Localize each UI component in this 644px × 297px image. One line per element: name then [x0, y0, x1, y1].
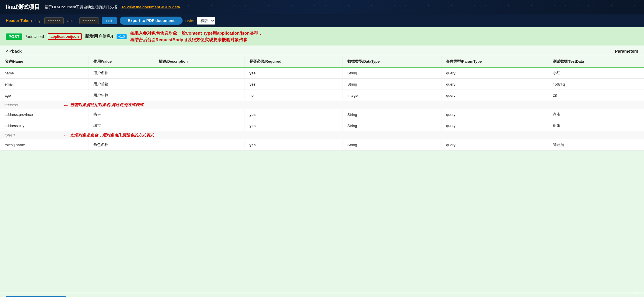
params-heading: Parameters [615, 49, 638, 54]
cell-name: age [0, 90, 89, 101]
version-badge: v1.0 [117, 34, 127, 39]
cell-testdata: 管理员 [548, 139, 644, 151]
table-row: address.city城市yesStringquery衡阳 [0, 120, 644, 131]
cell-testdata: 衡阳 [548, 120, 644, 131]
token-label: Header Token [6, 18, 32, 23]
cell-description [154, 79, 245, 90]
cell-datatype: String [343, 79, 441, 90]
group-row-cell: roles[]←如果对象是集合，用对象名[].属性名的方式表式 [0, 131, 644, 139]
cell-paramtype: query [441, 120, 548, 131]
api-desc-line1: 如果入参对象包含嵌对象一般Content Type用application/js… [130, 31, 263, 35]
cell-paramtype: query [441, 139, 548, 151]
api-description: 如果入参对象包含嵌对象一般Content Type用application/js… [130, 30, 638, 43]
cell-value: 省份 [89, 109, 154, 120]
group-annotation: ←嵌套对象属性用对象名.属性名的方式表式 [63, 102, 143, 108]
cell-paramtype: query [441, 90, 548, 101]
table-row: name用户名称yesStringquery小红 [0, 67, 644, 79]
cell-value: 城市 [89, 120, 154, 131]
group-row-cell: address←嵌套对象属性用对象名.属性名的方式表式 [0, 101, 644, 109]
footer-bar: 测试API请求 application/x-www-form-urlencode… [0, 293, 644, 297]
cell-datatype: String [343, 67, 441, 79]
key-value: ••••••• [44, 17, 64, 24]
api-desc-line2: 再结合后台@RequestBody可以很方便实现复杂嵌套对象传参 [130, 37, 247, 42]
cell-name: email [0, 79, 89, 90]
table-header-row: 名称/Name 作用/Value 描述/Description 是否必须/Req… [0, 56, 644, 67]
table-row: address←嵌套对象属性用对象名.属性名的方式表式 [0, 101, 644, 109]
back-link[interactable]: < <back [6, 49, 22, 54]
cell-name: address.city [0, 120, 89, 131]
table-row: address.province省份yesStringquery湖南 [0, 109, 644, 120]
group-annotation: ←如果对象是集合，用对象名[].属性名的方式表式 [63, 132, 154, 138]
col-description: 描述/Description [154, 56, 245, 67]
style-select[interactable]: 横版 [197, 17, 215, 25]
cell-required: yes [245, 67, 343, 79]
edit-button[interactable]: edit [102, 17, 117, 24]
cell-paramtype: query [441, 109, 548, 120]
cell-datatype: String [343, 139, 441, 151]
cell-paramtype: query [441, 67, 548, 79]
cell-testdata: 小红 [548, 67, 644, 79]
cell-testdata: 28 [548, 90, 644, 101]
table-row: email用户邮箱yesStringquery456@q [0, 79, 644, 90]
value-label: value: [67, 19, 77, 23]
main-content: POST /addUser4 application/json 新增用户信息4 … [0, 27, 644, 293]
json-link[interactable]: To view the document JSON data [121, 5, 180, 9]
cell-value: 用户年龄 [89, 90, 154, 101]
api-title-bar: POST /addUser4 application/json 新增用户信息4 … [0, 27, 644, 46]
col-required: 是否必须/Required [245, 56, 343, 67]
export-button[interactable]: Export to PDF document [120, 17, 183, 25]
cell-name: roles[].name [0, 139, 89, 151]
cell-name: name [0, 67, 89, 79]
col-testdata: 测试数据/TestData [548, 56, 644, 67]
api-path: /addUser4 [26, 34, 44, 39]
cell-value: 角色名称 [89, 139, 154, 151]
cell-description [154, 120, 245, 131]
header: lkad测试项目 基于LKADocument工具自动生成的接口文档 To vie… [0, 0, 644, 14]
cell-value: 用户邮箱 [89, 79, 154, 90]
cell-testdata: 湖南 [548, 109, 644, 120]
table-row: age用户年龄noIntegerquery28 [0, 90, 644, 101]
col-paramtype: 参数类型/ParamType [441, 56, 548, 67]
api-name: 新增用户信息4 [85, 34, 113, 39]
col-datatype: 数据类型/DataType [343, 56, 441, 67]
header-subtitle: 基于LKADocument工具自动生成的接口文档 [45, 5, 117, 10]
key-label: key: [35, 19, 42, 23]
cell-paramtype: query [441, 79, 548, 90]
cell-required: yes [245, 109, 343, 120]
cell-required: yes [245, 139, 343, 151]
method-badge: POST [6, 33, 22, 40]
cell-testdata: 456@q [548, 79, 644, 90]
cell-required: yes [245, 120, 343, 131]
cell-required: no [245, 90, 343, 101]
cell-description [154, 67, 245, 79]
table-row: roles[].name角色名称yesStringquery管理员 [0, 139, 644, 151]
col-value: 作用/Value [89, 56, 154, 67]
value-value: ••••••• [79, 17, 99, 24]
cell-name: address.province [0, 109, 89, 120]
content-type-badge: application/json [48, 33, 82, 40]
toolbar: Header Token key: ••••••• value: •••••••… [0, 14, 644, 27]
cell-value: 用户名称 [89, 67, 154, 79]
cell-description [154, 139, 245, 151]
params-table: 名称/Name 作用/Value 描述/Description 是否必须/Req… [0, 56, 644, 151]
col-name: 名称/Name [0, 56, 89, 67]
style-label: style: [185, 19, 194, 23]
cell-datatype: String [343, 109, 441, 120]
cell-datatype: Integer [343, 90, 441, 101]
cell-description [154, 109, 245, 120]
table-row: roles[]←如果对象是集合，用对象名[].属性名的方式表式 [0, 131, 644, 139]
cell-description [154, 90, 245, 101]
cell-datatype: String [343, 120, 441, 131]
header-title: lkad测试项目 [6, 3, 40, 11]
cell-required: yes [245, 79, 343, 90]
back-nav: < <back Parameters [0, 46, 644, 56]
